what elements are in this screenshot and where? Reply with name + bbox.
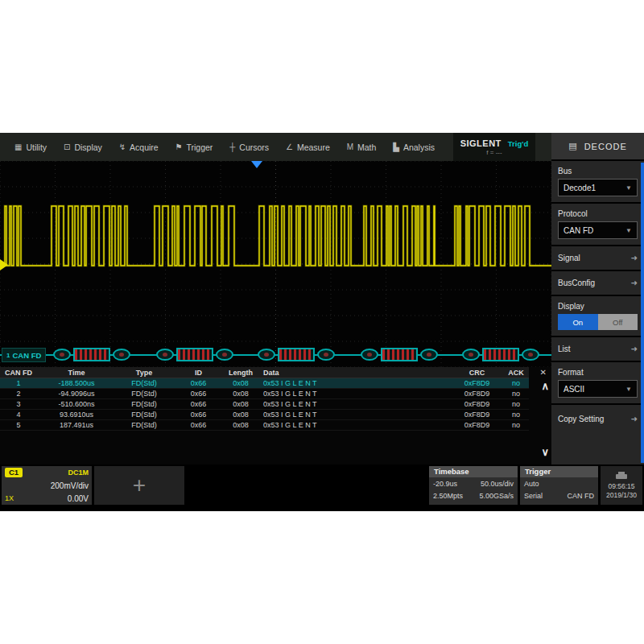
- trigger-status-badge: Trig'd: [508, 139, 528, 148]
- table-cell: 5: [0, 421, 37, 429]
- table-scrollbar: ✕ ∧ ∨: [529, 367, 551, 464]
- timebase-rate: 5.00GSa/s: [479, 490, 514, 502]
- table-cell: 0xF8D9: [451, 390, 503, 398]
- table-cell: no: [503, 411, 529, 419]
- table-cell: 0x08: [225, 379, 257, 387]
- table-cell: 0xF8D9: [451, 400, 503, 408]
- decode-bus-protocol: CAN FD: [12, 351, 41, 360]
- channel1-offset: 0.00V: [68, 494, 89, 503]
- chevron-down-icon: ▼: [625, 227, 632, 234]
- timebase-box[interactable]: Timebase -20.9us 50.0us/div 2.50Mpts 5.0…: [429, 466, 518, 505]
- table-cell: no: [503, 379, 529, 387]
- table-cell: 0x53 I G L E N T: [257, 379, 451, 387]
- table-cell: 0x08: [225, 390, 257, 398]
- table-cell: -94.9096us: [37, 390, 116, 398]
- signal-menu-item[interactable]: Signal ➜: [551, 246, 644, 271]
- list-menu-item[interactable]: List ➜: [551, 337, 644, 362]
- math-icon: M: [347, 142, 353, 151]
- list-label: List: [558, 345, 571, 353]
- table-cell: 0x08: [225, 400, 257, 408]
- table-header-cell: CAN FD: [0, 369, 37, 377]
- table-cell: 0xF8D9: [451, 379, 503, 387]
- table-header-cell: CRC: [451, 369, 503, 377]
- table-cell: no: [503, 421, 529, 429]
- frame-data-field: [73, 348, 110, 361]
- table-row[interactable]: 1-188.500usFD(Std)0x660x080x53 I G L E N…: [0, 378, 529, 389]
- menu-item-label: Utility: [26, 142, 47, 152]
- table-cell: no: [503, 400, 529, 408]
- menu-item-label: Display: [74, 142, 101, 152]
- panel-scrollbar[interactable]: [641, 163, 644, 463]
- toggle-on[interactable]: On: [558, 314, 598, 330]
- trigger-type: Serial: [524, 490, 543, 502]
- table-cell: 0x53 I G L E N T: [257, 411, 451, 419]
- trigger-box[interactable]: Trigger Auto Serial CAN FD: [520, 466, 598, 505]
- oscilloscope-screen: ▦Utility⊡Display↯Acquire⚑Trigger┼Cursors…: [0, 133, 644, 511]
- menu-item-analysis[interactable]: ▙Analysis: [391, 139, 436, 155]
- menu-item-measure[interactable]: ∠Measure: [284, 139, 332, 155]
- protocol-select[interactable]: CAN FD ▼: [558, 221, 638, 239]
- channel1-descriptor[interactable]: C1 DC1M 200mV/div 1X 0.00V: [2, 466, 92, 505]
- bus-label: Bus: [558, 167, 638, 175]
- format-select[interactable]: ASCII ▼: [558, 380, 638, 398]
- table-cell: 1: [0, 379, 37, 387]
- toggle-off[interactable]: Off: [598, 314, 638, 330]
- table-cell: no: [503, 390, 529, 398]
- table-header-cell: Time: [37, 369, 116, 377]
- scroll-down-icon[interactable]: ∨: [541, 446, 549, 458]
- table-row[interactable]: 3-510.600nsFD(Std)0x660x080x53 I G L E N…: [0, 399, 529, 410]
- acquire-icon: ↯: [119, 142, 126, 151]
- clock-time: 09:56:15: [608, 482, 634, 490]
- table-cell: 0x53 I G L E N T: [257, 390, 451, 398]
- table-row[interactable]: 493.6910usFD(Std)0x660x080x53 I G L E N …: [0, 410, 529, 420]
- frame-crc-field: [113, 349, 130, 361]
- copy-setting-label: Copy Setting: [558, 415, 604, 423]
- menu-item-cursors[interactable]: ┼Cursors: [228, 139, 270, 155]
- table-cell: 0x66: [172, 400, 225, 408]
- decode-list-table: CAN FDTimeTypeIDLengthDataCRCACK1-188.50…: [0, 367, 551, 464]
- table-cell: 0xF8D9: [451, 411, 503, 419]
- trigger-icon: ⚑: [175, 142, 183, 151]
- frame-id-field: [258, 349, 275, 361]
- analysis-icon: ▙: [393, 142, 399, 151]
- frame-id-field: [53, 349, 71, 361]
- add-channel-box[interactable]: +: [94, 466, 184, 505]
- decode-bus-label[interactable]: 1 CAN FD: [2, 348, 46, 362]
- busconfig-label: BusConfig: [558, 279, 595, 287]
- menu-item-display[interactable]: ⊡Display: [62, 139, 104, 155]
- decode-panel-header[interactable]: ▤ DECODE: [551, 133, 644, 161]
- table-cell: 93.6910us: [37, 411, 116, 419]
- protocol-label: Protocol: [558, 209, 638, 218]
- bus-select[interactable]: Decode1 ▼: [558, 179, 638, 196]
- waveform-area[interactable]: 1 CAN FD: [0, 161, 551, 367]
- menu-item-trigger[interactable]: ⚑Trigger: [174, 139, 215, 155]
- status-bar: C1 DC1M 200mV/div 1X 0.00V + Timebase -2…: [0, 464, 644, 507]
- trigger-position-icon[interactable]: [251, 161, 262, 168]
- menu-grid-icon: ▤: [568, 141, 577, 151]
- table-cell: FD(Std): [116, 390, 172, 398]
- frame-crc-field: [420, 349, 438, 361]
- submenu-arrow-icon: ➜: [631, 279, 638, 287]
- decode-panel: ▤ DECODE Bus Decode1 ▼ Protocol CAN FD ▼: [551, 133, 644, 464]
- table-cell: FD(Std): [116, 400, 172, 408]
- table-cell: FD(Std): [116, 411, 172, 419]
- format-section: Format ASCII ▼: [551, 362, 644, 405]
- table-row[interactable]: 2-94.9096usFD(Std)0x660x080x53 I G L E N…: [0, 389, 529, 399]
- busconfig-menu-item[interactable]: BusConfig ➜: [551, 271, 644, 296]
- datetime-box[interactable]: 09:56:15 2019/1/30: [601, 466, 642, 505]
- frame-id-field: [462, 349, 480, 361]
- menu-item-math[interactable]: MMath: [345, 139, 378, 155]
- timebase-scale: 50.0us/div: [481, 478, 514, 490]
- bus-section: Bus Decode1 ▼: [551, 161, 644, 204]
- scroll-up-icon[interactable]: ∧: [541, 380, 549, 392]
- table-row[interactable]: 5187.491usFD(Std)0x660x080x53 I G L E N …: [0, 420, 529, 431]
- copy-setting-menu-item[interactable]: Copy Setting ➜: [551, 405, 644, 431]
- frame-id-field: [156, 349, 174, 361]
- close-icon[interactable]: ✕: [540, 368, 547, 378]
- channel1-level-icon[interactable]: [0, 259, 8, 270]
- menu-item-acquire[interactable]: ↯Acquire: [118, 139, 160, 155]
- table-cell: 4: [0, 411, 37, 419]
- table-cell: 0x53 I G L E N T: [257, 400, 451, 408]
- menu-item-utility[interactable]: ▦Utility: [13, 139, 48, 155]
- display-toggle[interactable]: On Off: [558, 314, 638, 330]
